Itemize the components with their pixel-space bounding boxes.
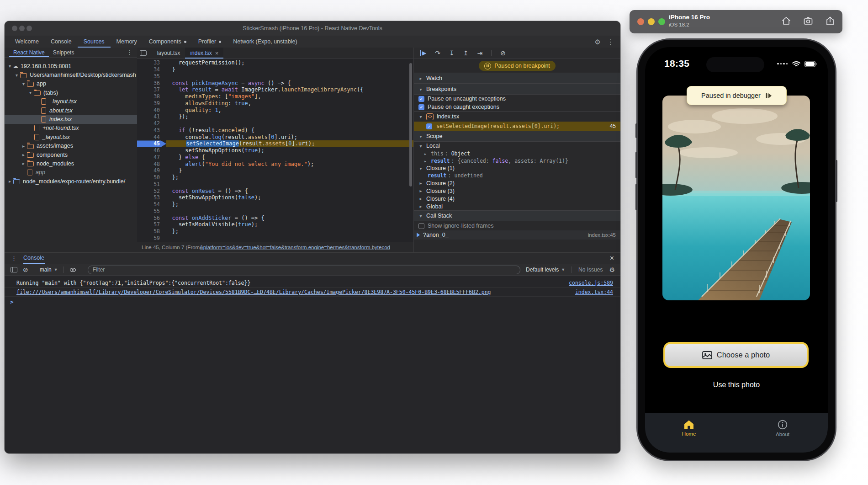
tree-item-layout-tsx[interactable]: _layout.tsx bbox=[5, 97, 137, 106]
devtools-tab-sources[interactable]: Sources bbox=[78, 36, 111, 48]
tree-item-index-tsx[interactable]: index.tsx bbox=[5, 115, 137, 123]
console-settings-gear-icon[interactable]: ⚙ bbox=[609, 266, 615, 273]
resume-icon[interactable] bbox=[765, 92, 772, 99]
sim-minimize-button[interactable] bbox=[648, 18, 655, 25]
scope-this[interactable]: ▸this:Object bbox=[414, 150, 620, 157]
tab-react-native[interactable]: React Native bbox=[9, 48, 49, 57]
sim-close-button[interactable] bbox=[637, 18, 644, 25]
line-number[interactable]: 33 bbox=[137, 59, 165, 66]
line-number[interactable]: 34 bbox=[137, 66, 165, 73]
scope-local[interactable]: ▾Local bbox=[414, 142, 620, 150]
line-number[interactable]: 55 bbox=[137, 208, 165, 214]
scope-global[interactable]: ▸Global bbox=[414, 203, 620, 210]
scope-closure-1[interactable]: ▾Closure (1) bbox=[414, 165, 620, 172]
screenshot-icon[interactable] bbox=[803, 16, 813, 26]
line-number[interactable]: 48 bbox=[137, 161, 165, 167]
breakpoint-entry[interactable]: ✓ setSelectedImage(result.assets[0].uri)… bbox=[414, 122, 620, 131]
console-prompt[interactable]: > bbox=[5, 297, 620, 307]
tree-item-node-modules[interactable]: ▸node_modules bbox=[5, 159, 137, 168]
drawer-more-icon[interactable]: ⋮ bbox=[11, 255, 17, 262]
gear-icon[interactable]: ⚙ bbox=[595, 38, 601, 45]
line-number[interactable]: 40 bbox=[137, 107, 165, 113]
line-number[interactable]: 47 bbox=[137, 154, 165, 160]
tree-item-app[interactable]: app bbox=[5, 168, 137, 177]
pause-uncaught-checkbox[interactable]: ✓ bbox=[418, 96, 424, 102]
tree-item-not-found-tsx[interactable]: +not-found.tsx bbox=[5, 124, 137, 133]
execution-pointer[interactable]: 45 bbox=[137, 140, 166, 147]
line-number[interactable]: 39 bbox=[137, 100, 165, 107]
toggle-navigator-icon[interactable] bbox=[137, 48, 149, 59]
volume-up-button[interactable] bbox=[635, 152, 637, 178]
line-number[interactable]: 50 bbox=[137, 174, 165, 181]
close-drawer-icon[interactable]: × bbox=[610, 254, 614, 262]
live-expression-eye-icon[interactable] bbox=[69, 266, 76, 273]
navigator-more-icon[interactable]: ⋮ bbox=[127, 48, 137, 57]
editor-scrollbar[interactable] bbox=[409, 63, 412, 187]
line-number[interactable]: 53 bbox=[137, 194, 165, 201]
devtools-tab-network-expo-unstable[interactable]: Network (Expo, unstable) bbox=[227, 36, 303, 48]
devtools-tab-memory[interactable]: Memory bbox=[111, 36, 143, 48]
action-button[interactable] bbox=[635, 123, 637, 138]
sim-zoom-button[interactable] bbox=[658, 18, 665, 25]
line-number[interactable]: 41 bbox=[137, 113, 165, 120]
scope-closure-3[interactable]: ▸Closure (3) bbox=[414, 187, 620, 195]
tree-item-assets-images[interactable]: ▸assets/images bbox=[5, 142, 137, 150]
resume-icon[interactable]: ▶ bbox=[420, 50, 426, 56]
breakpoint-file-group[interactable]: ▾ <> index.tsx bbox=[414, 111, 620, 122]
line-number[interactable]: 57 bbox=[137, 221, 165, 228]
line-number[interactable]: 36 bbox=[137, 80, 165, 86]
volume-down-button[interactable] bbox=[635, 184, 637, 210]
step-over-icon[interactable]: ↷ bbox=[435, 49, 440, 57]
log-levels-selector[interactable]: Default levels▼ bbox=[526, 266, 565, 273]
line-number[interactable]: 42 bbox=[137, 120, 165, 127]
pause-caught-checkbox[interactable]: ✓ bbox=[418, 104, 424, 110]
console-sidebar-icon[interactable] bbox=[10, 267, 17, 272]
line-number[interactable]: 43 bbox=[137, 127, 165, 133]
breakpoints-section-header[interactable]: ▾Breakpoints bbox=[414, 84, 620, 95]
home-icon[interactable] bbox=[781, 16, 791, 26]
clear-console-icon[interactable]: ⊘ bbox=[23, 266, 28, 273]
line-number[interactable]: 35 bbox=[137, 73, 165, 80]
choose-photo-button[interactable]: Choose a photo bbox=[663, 342, 809, 368]
watch-section-header[interactable]: ▸Watch bbox=[414, 73, 620, 84]
scope-closure-2[interactable]: ▸Closure (2) bbox=[414, 179, 620, 187]
tree-item-components[interactable]: ▸components bbox=[5, 150, 137, 159]
share-icon[interactable] bbox=[825, 16, 835, 26]
more-icon[interactable]: ⋮ bbox=[607, 38, 614, 45]
tree-item-192-168-0-105-8081[interactable]: ▾☁192.168.0.105:8081 bbox=[5, 62, 137, 70]
tab-snippets[interactable]: Snippets bbox=[49, 48, 79, 57]
tab-home[interactable]: Home bbox=[668, 420, 709, 437]
source-map-link[interactable]: &platform=ios&dev=true&hot=false&transfo… bbox=[200, 245, 390, 250]
line-number[interactable]: 54 bbox=[137, 201, 165, 208]
scope-result[interactable]: ▸result: {canceled: false, assets: Array… bbox=[414, 157, 620, 165]
file-url-link[interactable]: file:///Users/amanhimself/Library/Develo… bbox=[16, 289, 491, 295]
power-button[interactable] bbox=[836, 160, 837, 202]
step-into-icon[interactable]: ↧ bbox=[449, 49, 455, 57]
frame-location-link[interactable]: index.tsx:45 bbox=[588, 232, 616, 238]
code-editor[interactable]: 33 requestPermission();34 }3536 const pi… bbox=[137, 59, 413, 242]
line-number[interactable]: 56 bbox=[137, 215, 165, 221]
line-number[interactable]: 51 bbox=[137, 181, 165, 187]
editor-tab-index[interactable]: index.tsx × bbox=[185, 48, 223, 59]
step-out-icon[interactable]: ↥ bbox=[463, 49, 469, 57]
callstack-frame[interactable]: ?anon_0_ index.tsx:45 bbox=[414, 230, 620, 240]
devtools-tab-profiler[interactable]: Profiler bbox=[192, 36, 228, 48]
paused-in-debugger-banner[interactable]: Paused in debugger bbox=[687, 86, 787, 105]
tree-item-app[interactable]: ▾app bbox=[5, 80, 137, 88]
devtools-tab-console[interactable]: Console bbox=[45, 36, 78, 48]
context-selector[interactable]: main▼ bbox=[40, 266, 58, 273]
line-number[interactable]: 37 bbox=[137, 86, 165, 93]
ignore-listed-checkbox[interactable] bbox=[418, 223, 424, 229]
console-tab[interactable]: Console bbox=[22, 254, 45, 263]
line-number[interactable]: 58 bbox=[137, 228, 165, 235]
tree-item-node-modules-expo-router-entry-bundle[interactable]: ▸node_modules/expo-router/entry.bundle/ bbox=[5, 177, 137, 186]
devtools-tab-components[interactable]: Components bbox=[143, 36, 192, 48]
close-tab-icon[interactable]: × bbox=[215, 50, 219, 57]
deactivate-breakpoints-icon[interactable]: ⊘ bbox=[500, 49, 506, 57]
step-icon[interactable]: ⇥ bbox=[477, 49, 482, 57]
use-this-photo-label[interactable]: Use this photo bbox=[645, 381, 828, 389]
devtools-tab-welcome[interactable]: Welcome bbox=[9, 36, 45, 48]
line-number[interactable]: 49 bbox=[137, 167, 165, 174]
filter-input[interactable] bbox=[88, 266, 520, 274]
line-number[interactable]: 44 bbox=[137, 134, 165, 140]
